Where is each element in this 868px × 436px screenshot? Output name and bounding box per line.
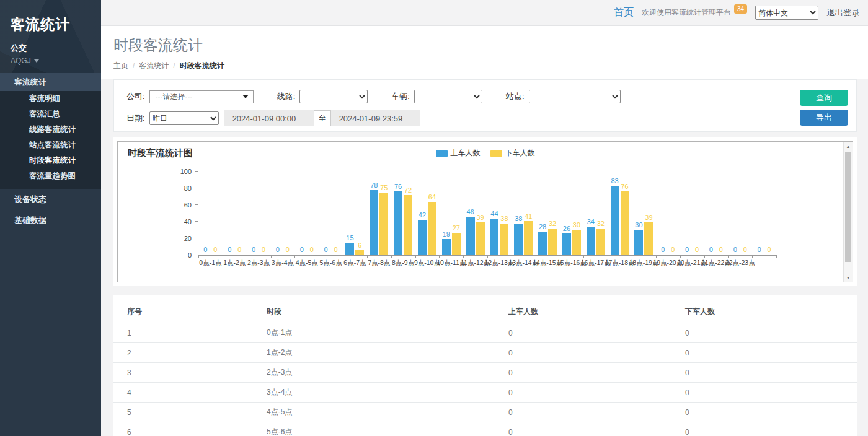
- company-select[interactable]: ---请选择---: [149, 90, 254, 103]
- sidebar-item[interactable]: 客流统计: [0, 73, 101, 91]
- column-header: 上车人数: [495, 302, 671, 323]
- sidebar-item[interactable]: 时段客流统计: [0, 153, 101, 168]
- bar-value-label: 0: [252, 246, 255, 253]
- bar-alighting: [404, 195, 412, 255]
- logout-link[interactable]: 退出登录: [826, 7, 860, 19]
- bar-value-label: 83: [611, 177, 618, 185]
- bar-value-label: 0: [237, 246, 241, 253]
- legend-item[interactable]: 上车人数: [436, 148, 480, 159]
- bar-boarding: [634, 230, 643, 255]
- bar-alighting: [428, 202, 436, 255]
- date-range: 2024-01-09 00:00 至 2024-01-09 23:59: [224, 110, 420, 126]
- home-link[interactable]: 首页: [614, 6, 634, 19]
- bar-value-label: 0: [276, 246, 280, 253]
- y-axis-tick-label: 40: [170, 218, 192, 225]
- vehicle-select[interactable]: [414, 90, 482, 103]
- chevron-down-icon: [34, 59, 39, 63]
- sidebar-item[interactable]: 客流明细: [0, 91, 101, 107]
- bar-value-label: 0: [733, 246, 737, 253]
- bar-value-label: 32: [549, 220, 556, 227]
- breadcrumb-item[interactable]: 主页: [113, 61, 128, 70]
- export-button[interactable]: 导出: [800, 110, 848, 126]
- bar-value-label: 19: [443, 230, 450, 238]
- bar-boarding: [490, 219, 498, 255]
- date-preset-select[interactable]: 昨日: [149, 111, 219, 125]
- station-select[interactable]: [529, 90, 621, 103]
- bar-boarding: [611, 186, 619, 255]
- bar-value-label: 0: [768, 246, 771, 253]
- x-axis-tick: [560, 255, 560, 258]
- sidebar-item[interactable]: 基础数据: [0, 210, 101, 231]
- y-axis-tick-label: 80: [170, 185, 192, 192]
- content: 公司: ---请选择--- 线路: 车辆:: [101, 79, 868, 436]
- x-axis-tick: [704, 255, 705, 258]
- table-cell: 2: [113, 343, 253, 363]
- sidebar-item[interactable]: 设备状态: [0, 189, 101, 210]
- bar-value-label: 64: [428, 193, 436, 201]
- x-axis-tick: [294, 255, 295, 258]
- x-axis-tick: [439, 255, 440, 258]
- sidebar-logo-area: 客流统计 公交 AQGJ: [0, 0, 101, 73]
- bar-alighting: [572, 230, 581, 255]
- bar-value-label: 6: [358, 242, 361, 249]
- username: AQGJ: [11, 56, 31, 65]
- sidebar-item[interactable]: 线路客流统计: [0, 122, 101, 137]
- table-cell: 4: [113, 383, 253, 403]
- line-select[interactable]: [299, 90, 368, 103]
- bar-value-label: 0: [324, 246, 328, 253]
- bar-boarding: [514, 224, 523, 255]
- bar-alighting: [476, 222, 485, 255]
- scrollbar-up-icon[interactable]: ▲: [844, 142, 852, 150]
- sidebar-item[interactable]: 客流汇总: [0, 107, 101, 122]
- x-axis-tick: [271, 255, 272, 258]
- bar-value-label: 0: [213, 246, 217, 253]
- scrollbar-thumb[interactable]: [845, 152, 851, 262]
- table-cell: 1: [113, 323, 253, 343]
- x-axis-category-label: 2点-3点: [247, 259, 270, 268]
- scrollbar-down-icon[interactable]: ▼: [844, 273, 852, 282]
- x-axis-tick: [487, 255, 488, 258]
- x-axis-tick: [391, 255, 392, 258]
- sidebar-item[interactable]: 站点客流统计: [0, 137, 101, 153]
- legend-label: 下车人数: [505, 148, 535, 159]
- bar-alighting: [596, 229, 605, 255]
- notification-badge: 34: [734, 4, 747, 14]
- legend-item[interactable]: 下车人数: [490, 148, 535, 159]
- breadcrumb-separator: /: [133, 61, 135, 70]
- sidebar-item[interactable]: 客流量趋势图: [0, 168, 101, 189]
- topbar: 首页 欢迎使用客流统计管理平台 34 简体中文 退出登录: [101, 0, 868, 26]
- date-end-input[interactable]: 2024-01-09 23:59: [331, 110, 420, 126]
- x-axis-category-label: 0点-1点: [199, 259, 221, 268]
- vehicle-filter: 车辆:: [391, 90, 482, 103]
- table-panel: 序号时段上车人数下车人数 10点-1点0021点-2点0032点-3点0043点…: [113, 295, 857, 436]
- app-root: 客流统计 公交 AQGJ 客流统计客流明细客流汇总线路客流统计站点客流统计时段客…: [0, 0, 868, 436]
- user-menu[interactable]: AQGJ: [11, 56, 101, 65]
- x-axis-tick: [463, 255, 464, 258]
- bar-chart-plot: 0204060801000点-1点1点-2点2点-3点3点-4点4点-5点5点-…: [198, 172, 776, 256]
- breadcrumb-item: 时段客流统计: [180, 61, 224, 70]
- bar-value-label: 0: [685, 246, 689, 253]
- x-axis-tick: [632, 255, 632, 258]
- bar-boarding: [587, 227, 595, 255]
- x-axis-tick: [247, 255, 247, 258]
- bar-boarding: [562, 233, 571, 255]
- line-label: 线路:: [277, 91, 296, 102]
- query-button[interactable]: 查询: [800, 90, 848, 106]
- bar-value-label: 32: [597, 220, 604, 227]
- x-axis-tick: [583, 255, 584, 258]
- chart-scrollbar[interactable]: ▲ ▼: [843, 142, 852, 282]
- bar-value-label: 0: [203, 246, 207, 253]
- legend-swatch: [436, 150, 448, 157]
- language-select[interactable]: 简体中文: [755, 6, 818, 20]
- y-axis-tick: [195, 188, 198, 188]
- breadcrumb-item[interactable]: 客流统计: [139, 61, 169, 70]
- bar-alighting: [355, 250, 364, 255]
- station-filter: 站点:: [506, 90, 621, 103]
- table-row: 21点-2点00: [113, 343, 857, 363]
- company-label: 公司:: [126, 91, 145, 102]
- y-axis-tick: [195, 238, 198, 238]
- app-title: 客流统计: [11, 15, 101, 34]
- date-start-input[interactable]: 2024-01-09 00:00: [224, 110, 314, 126]
- bar-alighting: [621, 191, 629, 255]
- bar-value-label: 41: [525, 212, 532, 220]
